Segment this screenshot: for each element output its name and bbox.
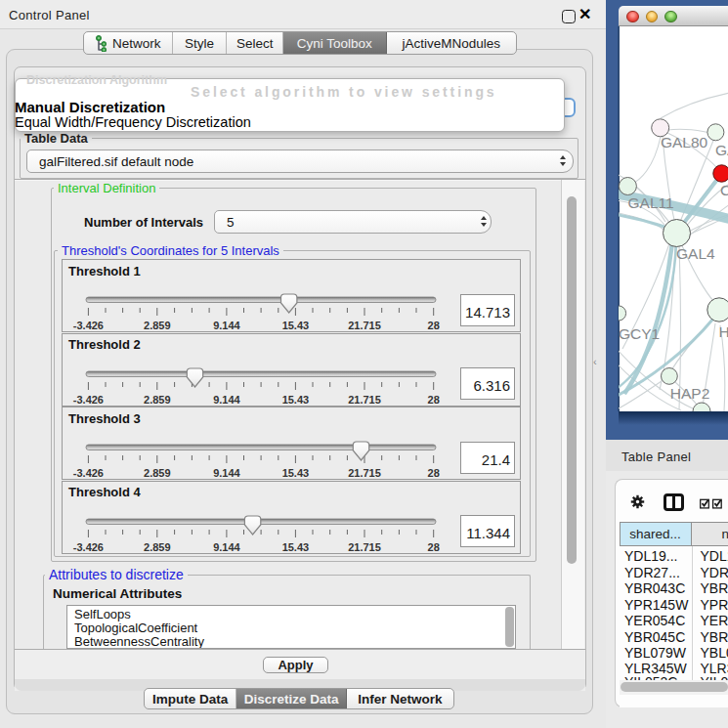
svg-text:9.144: 9.144	[213, 467, 240, 479]
svg-text:HAP2: HAP2	[670, 385, 710, 402]
svg-text:-3.426: -3.426	[73, 541, 104, 553]
svg-text:21.715: 21.715	[348, 394, 381, 406]
svg-text:15.43: 15.43	[282, 394, 310, 406]
svg-text:2.859: 2.859	[144, 394, 171, 406]
svg-text:9.144: 9.144	[213, 320, 240, 331]
svg-text:GAL11: GAL11	[628, 194, 674, 211]
svg-text:C: C	[720, 182, 728, 198]
svg-text:H: H	[719, 323, 728, 340]
svg-text:GAL80: GAL80	[661, 134, 708, 150]
svg-text:15.43: 15.43	[282, 541, 310, 553]
svg-text:2.859: 2.859	[144, 320, 171, 331]
svg-text:28: 28	[428, 541, 440, 553]
svg-text:GAL4: GAL4	[676, 245, 715, 262]
svg-text:28: 28	[428, 467, 440, 479]
svg-text:-3.426: -3.426	[73, 320, 104, 331]
svg-text:21.715: 21.715	[348, 467, 381, 479]
svg-text:GCY1: GCY1	[619, 325, 660, 342]
svg-text:28: 28	[428, 320, 440, 331]
svg-text:-3.426: -3.426	[73, 394, 104, 406]
svg-text:GA: GA	[715, 142, 728, 158]
svg-text:15.43: 15.43	[282, 320, 310, 331]
svg-text:-3.426: -3.426	[73, 467, 104, 479]
svg-text:2.859: 2.859	[144, 541, 171, 553]
svg-text:21.715: 21.715	[348, 320, 381, 331]
svg-text:21.715: 21.715	[348, 541, 381, 553]
svg-text:9.144: 9.144	[213, 394, 240, 406]
svg-text:28: 28	[428, 394, 440, 406]
svg-text:9.144: 9.144	[213, 541, 240, 553]
svg-text:2.859: 2.859	[144, 467, 171, 479]
svg-text:15.43: 15.43	[282, 467, 310, 479]
